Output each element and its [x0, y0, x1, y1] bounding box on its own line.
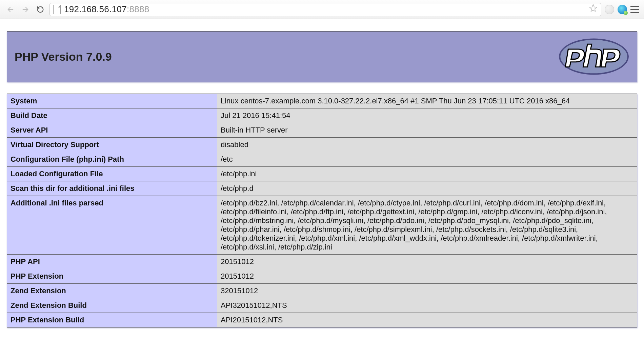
info-value: Linux centos-7.example.com 3.10.0-327.22…	[217, 94, 637, 108]
info-label: Build Date	[7, 108, 217, 123]
table-row: PHP Extension BuildAPI20151012,NTS	[7, 313, 637, 327]
info-label: System	[7, 94, 217, 108]
php-logo	[558, 38, 629, 76]
browser-toolbar: 192.168.56.107:8888	[0, 0, 644, 19]
info-value: /etc/php.d/bz2.ini, /etc/php.d/calendar.…	[217, 196, 637, 255]
info-label: Loaded Configuration File	[7, 167, 217, 181]
info-label: Scan this dir for additional .ini files	[7, 181, 217, 196]
svg-marker-2	[589, 4, 597, 12]
phpinfo-table: SystemLinux centos-7.example.com 3.10.0-…	[7, 94, 637, 327]
table-row: Virtual Directory Supportdisabled	[7, 138, 637, 152]
page-content: PHP Version 7.0.9 SystemLinux centos-7.e…	[0, 19, 644, 327]
extension-icon[interactable]	[605, 5, 614, 14]
info-label: Zend Extension	[7, 284, 217, 298]
info-value: disabled	[217, 138, 637, 152]
table-row: Zend Extension320151012	[7, 284, 637, 298]
phpinfo-header: PHP Version 7.0.9	[7, 31, 637, 82]
info-value: API20151012,NTS	[217, 313, 637, 327]
forward-button[interactable]	[20, 4, 31, 15]
info-label: PHP Extension Build	[7, 313, 217, 327]
info-label: Configuration File (php.ini) Path	[7, 152, 217, 167]
info-value: 20151012	[217, 269, 637, 284]
table-row: Loaded Configuration File/etc/php.ini	[7, 167, 637, 181]
info-value: /etc/php.ini	[217, 167, 637, 181]
table-row: Zend Extension BuildAPI320151012,NTS	[7, 298, 637, 313]
network-globe-icon[interactable]	[618, 5, 627, 14]
info-label: PHP API	[7, 255, 217, 269]
info-value: Jul 21 2016 15:41:54	[217, 108, 637, 123]
page-title: PHP Version 7.0.9	[15, 50, 112, 63]
info-label: Virtual Directory Support	[7, 138, 217, 152]
bookmark-star-icon[interactable]	[589, 4, 598, 15]
table-row: Scan this dir for additional .ini files/…	[7, 181, 637, 196]
page-icon	[53, 5, 61, 14]
info-value: API320151012,NTS	[217, 298, 637, 313]
table-row: PHP API20151012	[7, 255, 637, 269]
info-label: PHP Extension	[7, 269, 217, 284]
table-row: Server APIBuilt-in HTTP server	[7, 123, 637, 138]
reload-button[interactable]	[35, 4, 46, 15]
info-label: Zend Extension Build	[7, 298, 217, 313]
info-value: /etc	[217, 152, 637, 167]
info-value: /etc/php.d	[217, 181, 637, 196]
url-host: 192.168.56.107	[64, 4, 127, 14]
info-value: 20151012	[217, 255, 637, 269]
info-value: Built-in HTTP server	[217, 123, 637, 138]
url-port: :8888	[127, 4, 149, 14]
info-label: Additional .ini files parsed	[7, 196, 217, 255]
info-value: 320151012	[217, 284, 637, 298]
info-label: Server API	[7, 123, 217, 138]
table-row: Build DateJul 21 2016 15:41:54	[7, 108, 637, 123]
url-text: 192.168.56.107:8888	[64, 4, 149, 15]
back-button[interactable]	[5, 4, 16, 15]
address-bar[interactable]: 192.168.56.107:8888	[49, 3, 601, 16]
table-row: SystemLinux centos-7.example.com 3.10.0-…	[7, 94, 637, 108]
table-row: Additional .ini files parsed/etc/php.d/b…	[7, 196, 637, 255]
table-row: Configuration File (php.ini) Path/etc	[7, 152, 637, 167]
hamburger-menu-icon[interactable]	[630, 6, 639, 13]
table-row: PHP Extension20151012	[7, 269, 637, 284]
